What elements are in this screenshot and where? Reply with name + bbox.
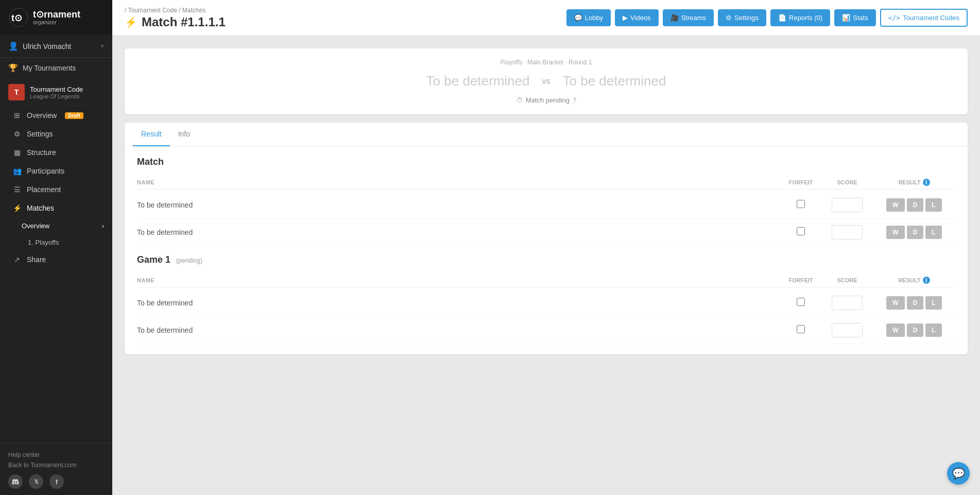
sidebar-subitem-playoffs[interactable]: 1. Playoffs	[0, 234, 112, 250]
logo-sub: organizer	[33, 19, 80, 25]
game1-row-2-loss-button[interactable]: L	[925, 323, 941, 337]
stats-button[interactable]: 📊 Stats	[834, 9, 876, 26]
sidebar-item-placement[interactable]: ☰ Placement	[0, 180, 112, 199]
match-row-1-win-button[interactable]: W	[886, 198, 904, 212]
discord-icon[interactable]	[8, 474, 23, 489]
game1-row-2-win-button[interactable]: W	[886, 323, 904, 337]
share-icon: ↗	[12, 255, 22, 264]
match-row-2-win-button[interactable]: W	[886, 226, 904, 239]
match-row-1-forfeit-checkbox[interactable]	[797, 200, 805, 208]
logo-icon: t⊙	[8, 7, 29, 28]
game1-row-1-forfeit	[780, 298, 821, 308]
match-row-2-name: To be determined	[137, 228, 780, 236]
help-center-link[interactable]: Help center	[8, 450, 104, 460]
sidebar-item-overview[interactable]: ⊞ Overview Draft	[0, 106, 112, 125]
settings-icon: ⚙	[726, 14, 732, 22]
streams-icon: 🎥	[670, 14, 679, 22]
matches-icon: ⚡	[12, 204, 22, 212]
result-info-icon[interactable]: i	[923, 179, 930, 186]
tournament-thumb: T	[8, 84, 25, 100]
game1-col-result-header: RESULT i	[873, 277, 955, 284]
match-row-2-forfeit-checkbox[interactable]	[797, 227, 805, 235]
sidebar-item-matches[interactable]: ⚡ Matches	[0, 199, 112, 217]
game1-row-2-forfeit-checkbox[interactable]	[797, 325, 805, 333]
match-row-1-loss-button[interactable]: L	[925, 198, 941, 212]
game1-row-1-loss-button[interactable]: L	[925, 296, 941, 310]
sidebar-item-participants[interactable]: 👥 Participants	[0, 162, 112, 180]
game1-row-2-score-input[interactable]	[832, 323, 863, 337]
sidebar-item-my-tournaments[interactable]: 🏆 My Tournaments	[0, 58, 112, 79]
breadcrumb: / Tournament Code / Matches	[125, 7, 226, 14]
trophy-icon: 🏆	[8, 63, 18, 73]
structure-icon: ▦	[12, 148, 22, 157]
game1-row-1-draw-button[interactable]: D	[907, 296, 924, 310]
match-row-2-forfeit	[780, 227, 821, 237]
streams-button[interactable]: 🎥 Streams	[663, 9, 714, 26]
header-buttons: 💬 Lobby ▶ Videos 🎥 Streams ⚙ Settings 📄 …	[566, 9, 968, 27]
reports-button[interactable]: 📄 Reports (0)	[770, 9, 830, 26]
match-row-1-draw-button[interactable]: D	[907, 198, 924, 212]
game1-row-1-score-input[interactable]	[832, 296, 863, 310]
chat-bubble-icon: 💬	[952, 467, 965, 480]
svg-text:t⊙: t⊙	[11, 13, 22, 23]
game1-result-info-icon[interactable]: i	[923, 277, 930, 284]
col-name-header: NAME	[137, 179, 780, 185]
game1-row-1-score	[821, 296, 873, 310]
match-row-1: To be determined W D L	[137, 192, 955, 219]
user-name: Ulrich Vomacht	[23, 42, 71, 50]
game1-table-header: NAME FORFEIT SCORE RESULT i	[137, 274, 955, 287]
sidebar-footer: Help center Back to Toornament.com 𝕏 f	[0, 443, 112, 495]
tournament-codes-button[interactable]: </> Tournament Codes	[880, 9, 968, 27]
status-clock-icon: ⏱	[516, 96, 523, 104]
sidebar-item-share[interactable]: ↗ Share	[0, 250, 112, 269]
streams-label: Streams	[681, 14, 706, 22]
match-row-2-score-input[interactable]	[832, 225, 863, 240]
match-row-2-draw-button[interactable]: D	[907, 226, 924, 239]
settings-button[interactable]: ⚙ Settings	[718, 9, 766, 26]
help-question-icon[interactable]: ?	[573, 96, 576, 104]
game1-pending-badge: (pending)	[176, 257, 202, 264]
game1-row-1-forfeit-checkbox[interactable]	[797, 298, 805, 306]
team1-name: To be determined	[426, 73, 530, 89]
page-title: Match #1.1.1.1	[142, 15, 226, 29]
participants-label: Participants	[27, 167, 64, 175]
overview-label: Overview	[27, 111, 57, 120]
placement-icon: ☰	[12, 185, 22, 194]
tournament-codes-label: Tournament Codes	[903, 14, 959, 22]
match-row-2-score	[821, 225, 873, 240]
match-row-1-score-input[interactable]	[832, 198, 863, 212]
videos-button[interactable]: ▶ Videos	[615, 9, 659, 26]
game1-row-2-score	[821, 323, 873, 337]
match-row-1-score	[821, 198, 873, 212]
status-text: Match pending	[526, 96, 570, 104]
structure-label: Structure	[27, 148, 56, 157]
sub-overview-arrow: ›	[102, 223, 104, 230]
chat-bubble[interactable]: 💬	[947, 462, 970, 485]
videos-icon: ▶	[623, 14, 628, 22]
sidebar-item-settings[interactable]: ⚙ Settings	[0, 125, 112, 143]
game1-row-2-draw-button[interactable]: D	[907, 323, 924, 337]
top-header: / Tournament Code / Matches ⚡ Match #1.1…	[112, 0, 980, 36]
tab-info[interactable]: Info	[170, 123, 198, 146]
settings-icon: ⚙	[12, 130, 22, 138]
placement-label: Placement	[27, 185, 61, 194]
breadcrumb-title: / Tournament Code / Matches ⚡ Match #1.1…	[125, 7, 226, 29]
lobby-button[interactable]: 💬 Lobby	[566, 9, 611, 26]
back-link[interactable]: Back to Toornament.com	[8, 460, 104, 470]
vs-text: vs	[542, 77, 551, 86]
tournament-card[interactable]: T Tournament Code League Of Legends	[0, 79, 112, 106]
game1-row-1-win-button[interactable]: W	[886, 296, 904, 310]
match-row-1-result: W D L	[873, 198, 955, 212]
sidebar-item-structure[interactable]: ▦ Structure	[0, 143, 112, 162]
stats-icon: 📊	[842, 14, 850, 22]
facebook-icon[interactable]: f	[49, 474, 64, 489]
match-row-2-loss-button[interactable]: L	[925, 226, 941, 239]
user-menu[interactable]: 👤 Ulrich Vomacht ▾	[0, 35, 112, 58]
tab-info-label: Info	[178, 130, 190, 138]
sidebar-subitem-overview[interactable]: Overview ›	[0, 217, 112, 234]
tab-result[interactable]: Result	[133, 123, 170, 146]
playoffs-label: 1. Playoffs	[28, 238, 59, 246]
twitter-icon[interactable]: 𝕏	[29, 474, 43, 489]
sub-overview-label: Overview	[22, 222, 49, 230]
game1-section-title: Game 1 (pending)	[137, 254, 955, 265]
